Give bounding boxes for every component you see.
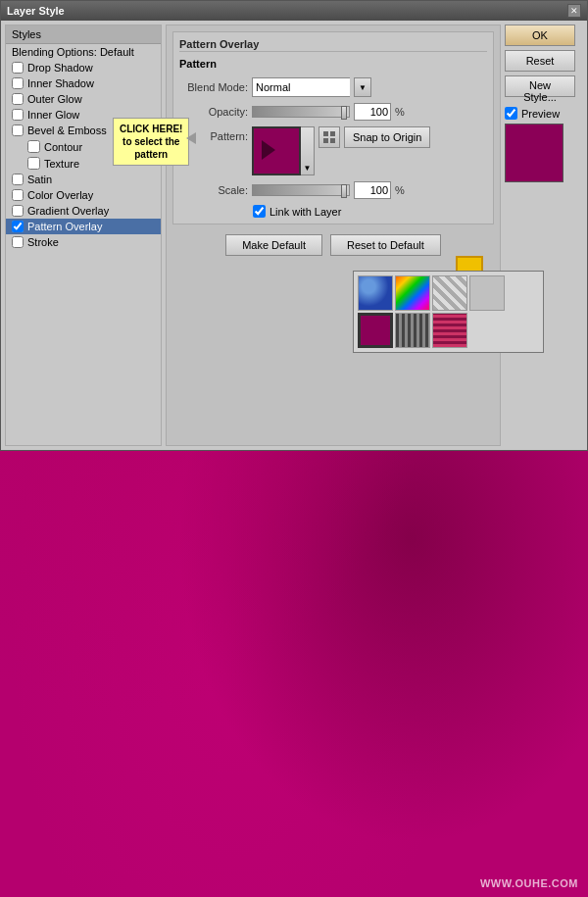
blending-options-label: Blending Options: Default (12, 46, 134, 58)
scale-slider-container: % (252, 181, 405, 199)
close-button[interactable]: ✕ (567, 4, 581, 18)
pattern-swatch-light-gray[interactable] (469, 275, 505, 311)
reset-button[interactable]: Reset (505, 50, 575, 72)
center-panel: Pattern Overlay Pattern Blend Mode: Norm… (166, 25, 501, 446)
pattern-options-button[interactable] (318, 126, 340, 148)
texture-label: Texture (44, 158, 79, 170)
blend-mode-row: Blend Mode: Normal ▼ (179, 77, 487, 97)
bottom-buttons: Make Default Reset to Default (172, 234, 494, 256)
pattern-selector-group: ▼ Snap to Origin (252, 126, 430, 175)
svg-rect-3 (330, 138, 335, 143)
tooltip-line2: to select the (120, 135, 182, 148)
drop-shadow-checkbox[interactable] (12, 62, 24, 74)
scale-slider[interactable] (252, 184, 350, 196)
bevel-emboss-checkbox[interactable] (12, 125, 24, 136)
pattern-swatch-blue-circles[interactable] (358, 275, 393, 311)
bevel-emboss-label: Bevel & Emboss (27, 125, 107, 136)
scale-value-input[interactable] (354, 181, 391, 199)
inner-shadow-checkbox[interactable] (12, 77, 24, 89)
reset-default-button[interactable]: Reset to Default (330, 234, 441, 256)
sidebar-item-gradient-overlay[interactable]: Gradient Overlay (6, 203, 161, 219)
snap-to-origin-button[interactable]: Snap to Origin (344, 126, 430, 148)
inner-glow-label: Inner Glow (27, 109, 79, 121)
contour-checkbox[interactable] (27, 140, 40, 153)
opacity-slider-thumb[interactable] (341, 106, 347, 120)
outer-glow-checkbox[interactable] (12, 93, 24, 105)
pattern-grid (358, 275, 539, 348)
pattern-overlay-checkbox[interactable] (12, 221, 24, 232)
watermark: WWW.OUHE.COM (480, 877, 578, 889)
inner-glow-checkbox[interactable] (12, 109, 24, 121)
opacity-percent: % (395, 106, 405, 118)
scale-percent: % (395, 184, 405, 196)
pattern-swatch-dark-stripe[interactable] (395, 313, 430, 348)
tooltip-line1: CLICK HERE! (120, 123, 182, 135)
stroke-label: Stroke (27, 236, 59, 248)
subsection-title: Pattern (179, 58, 487, 70)
gradient-overlay-label: Gradient Overlay (27, 205, 109, 217)
inner-shadow-label: Inner Shadow (27, 77, 94, 89)
pattern-preview-selector[interactable]: ▼ (252, 126, 315, 175)
blend-mode-input[interactable]: Normal (252, 77, 350, 97)
tooltip-arrow (186, 132, 196, 144)
dialog-titlebar: Layer Style ✕ (1, 1, 587, 21)
opacity-value-input[interactable] (354, 103, 391, 121)
opacity-label: Opacity: (179, 106, 248, 118)
dialog-title: Layer Style (7, 5, 65, 17)
ok-button[interactable]: OK (505, 25, 575, 46)
sidebar-item-color-overlay[interactable]: Color Overlay (6, 187, 161, 203)
preview-section: Preview (505, 107, 583, 182)
sidebar-item-outer-glow[interactable]: Outer Glow (6, 91, 161, 107)
link-layer-label: Link with Layer (270, 206, 341, 218)
gradient-overlay-checkbox[interactable] (12, 205, 24, 217)
pattern-swatch-extra1[interactable] (432, 313, 467, 348)
sidebar-item-blending-options[interactable]: Blending Options: Default (6, 44, 161, 60)
preview-thumbnail (505, 124, 564, 182)
section-title: Pattern Overlay (179, 38, 487, 52)
sidebar-item-drop-shadow[interactable]: Drop Shadow (6, 60, 161, 75)
pattern-swatch-magenta[interactable] (358, 313, 393, 348)
outer-glow-label: Outer Glow (27, 93, 82, 105)
pattern-picker-popup (353, 271, 544, 353)
preview-text: Preview (521, 108, 560, 120)
link-layer-checkbox[interactable] (253, 205, 266, 218)
dialog-body: Styles Blending Options: Default Drop Sh… (1, 21, 587, 450)
layer-style-dialog: Layer Style ✕ Styles Blending Options: D… (0, 0, 588, 451)
sidebar-item-pattern-overlay[interactable]: Pattern Overlay (6, 219, 161, 234)
preview-checkbox[interactable] (505, 107, 517, 120)
new-style-button[interactable]: New Style... (505, 75, 575, 97)
scale-slider-thumb[interactable] (341, 184, 347, 198)
sidebar-item-inner-shadow[interactable]: Inner Shadow (6, 75, 161, 91)
drop-shadow-label: Drop Shadow (27, 62, 93, 74)
scale-row: Scale: % (179, 181, 487, 199)
pattern-dropdown-arrow[interactable]: ▼ (301, 126, 315, 175)
color-overlay-checkbox[interactable] (12, 189, 24, 201)
opacity-slider-container: % (252, 103, 405, 121)
svg-rect-0 (323, 131, 328, 136)
blend-mode-dropdown-arrow[interactable]: ▼ (354, 77, 371, 97)
left-panel: Styles Blending Options: Default Drop Sh… (5, 25, 162, 446)
make-default-button[interactable]: Make Default (225, 234, 322, 256)
blend-mode-label: Blend Mode: (179, 81, 248, 93)
satin-label: Satin (27, 174, 52, 185)
right-panel: OK Reset New Style... Preview (505, 25, 583, 446)
sidebar-item-satin[interactable]: Satin (6, 172, 161, 187)
pattern-options-icon (323, 131, 335, 143)
sidebar-header: Styles (6, 25, 161, 44)
opacity-slider[interactable] (252, 106, 350, 118)
svg-rect-2 (323, 138, 328, 143)
pattern-swatch-rainbow[interactable] (395, 275, 430, 311)
pattern-swatch-gray-check[interactable] (432, 275, 467, 311)
scale-label: Scale: (179, 184, 248, 196)
sidebar-item-stroke[interactable]: Stroke (6, 234, 161, 250)
pattern-preview[interactable] (252, 126, 301, 175)
svg-rect-1 (330, 131, 335, 136)
stroke-checkbox[interactable] (12, 236, 24, 248)
contour-label: Contour (44, 141, 82, 153)
pattern-arrow-indicator (262, 140, 275, 160)
color-overlay-label: Color Overlay (27, 189, 93, 201)
satin-checkbox[interactable] (12, 174, 24, 185)
opacity-row: Opacity: % (179, 103, 487, 121)
texture-checkbox[interactable] (27, 157, 40, 170)
link-layer-row: Link with Layer (253, 205, 487, 218)
